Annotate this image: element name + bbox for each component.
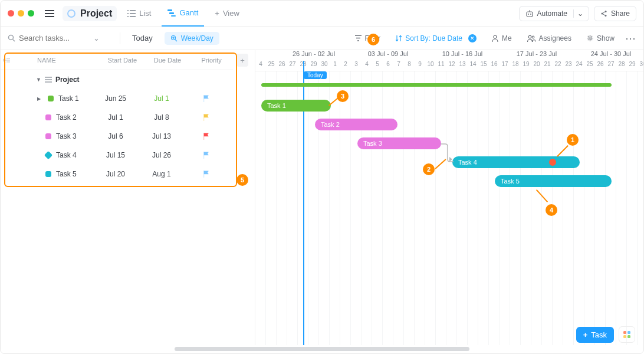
- project-title: Project: [80, 8, 112, 19]
- table-row[interactable]: Task 4 Jul 15 Jul 26: [1, 146, 233, 165]
- start-date-cell[interactable]: Jul 6: [93, 132, 139, 140]
- priority-cell[interactable]: [185, 95, 228, 102]
- horizontal-scrollbar[interactable]: [175, 347, 469, 351]
- assignees-label: Assignees: [539, 34, 571, 42]
- search-field[interactable]: ⌄: [8, 34, 114, 42]
- share-button[interactable]: Share: [594, 6, 636, 21]
- day-label: 18: [510, 61, 521, 71]
- task-bar-1[interactable]: Task 1: [261, 100, 331, 112]
- task-bar-2[interactable]: Task 2: [315, 119, 397, 130]
- task-bar-3[interactable]: Task 3: [357, 137, 441, 149]
- task-bar-4[interactable]: Task 4: [452, 156, 580, 168]
- filter-icon: [355, 35, 362, 41]
- clear-sort-icon[interactable]: ✕: [468, 34, 477, 42]
- chevron-down-icon[interactable]: ⌄: [573, 9, 583, 18]
- priority-cell[interactable]: [185, 133, 228, 140]
- gantt-chart[interactable]: 26 Jun - 02 Jul03 Jul - 09 Jul10 Jul - 1…: [255, 50, 643, 345]
- status-icon: [45, 133, 51, 139]
- maximize-window-icon[interactable]: [28, 10, 34, 17]
- me-label: Me: [502, 34, 512, 42]
- zoom-level-button[interactable]: Week/Day: [165, 32, 219, 45]
- start-date-cell[interactable]: Jul 15: [93, 151, 139, 159]
- day-label: 8: [404, 61, 415, 71]
- svg-rect-1: [169, 12, 174, 14]
- gantt-body[interactable]: Today Task 1 Task 2 Task 3 Task 4 Task 5…: [255, 71, 643, 345]
- week-label: 17 Jul - 23 Jul: [500, 50, 574, 61]
- task-name-cell[interactable]: Task 3: [1, 132, 93, 140]
- start-date-cell[interactable]: Jul 20: [93, 170, 139, 178]
- priority-cell[interactable]: [185, 171, 228, 178]
- scrollbar-track: [1, 344, 643, 353]
- start-date-cell[interactable]: Jul 1: [93, 113, 139, 122]
- annotation-4: 4: [546, 204, 557, 216]
- flag-icon: [203, 133, 210, 140]
- priority-cell[interactable]: [185, 152, 228, 159]
- day-label: 25: [584, 61, 595, 71]
- apps-button[interactable]: [619, 326, 635, 343]
- priority-cell[interactable]: [185, 114, 228, 121]
- close-window-icon[interactable]: [8, 10, 14, 17]
- gantt-grid: [255, 71, 643, 345]
- task-name-cell[interactable]: Task 4: [1, 151, 93, 159]
- annotation-2: 2: [423, 163, 435, 175]
- panel-divider[interactable]: +: [233, 50, 248, 345]
- today-label: Today: [304, 71, 327, 79]
- group-row[interactable]: ▼ Project: [1, 70, 233, 89]
- day-label: 1: [330, 61, 340, 71]
- due-date-cell[interactable]: Jul 13: [139, 132, 185, 140]
- project-chip[interactable]: Project: [63, 6, 117, 21]
- col-name[interactable]: NAME: [9, 57, 100, 64]
- day-label: 29: [308, 61, 319, 71]
- day-label: 23: [563, 61, 574, 71]
- more-menu-icon[interactable]: ⋯: [625, 32, 636, 45]
- task-table: NAME Start Date Due Date Priority ▼ Proj…: [1, 50, 233, 345]
- chevron-down-icon[interactable]: ⌄: [93, 34, 100, 42]
- svg-rect-16: [627, 331, 630, 334]
- table-row[interactable]: Task 2 Jul 1 Jul 8: [1, 108, 233, 127]
- task-bar-5[interactable]: Task 5: [495, 175, 612, 187]
- annotation-5: 5: [236, 174, 248, 186]
- task-name-cell[interactable]: Task 5: [1, 170, 93, 178]
- svg-point-13: [532, 36, 534, 38]
- project-summary-bar[interactable]: [261, 83, 612, 87]
- due-date-cell[interactable]: Jul 8: [139, 113, 185, 122]
- due-date-cell[interactable]: Jul 26: [139, 151, 185, 159]
- menu-icon[interactable]: [41, 5, 58, 22]
- table-row[interactable]: Task 5 Jul 20 Aug 1: [1, 165, 233, 183]
- col-priority[interactable]: Priority: [190, 57, 233, 64]
- add-view-button[interactable]: + View: [209, 1, 245, 27]
- col-due[interactable]: Due Date: [145, 57, 190, 64]
- sort-button[interactable]: Sort By: Due Date ✕: [391, 32, 481, 45]
- me-button[interactable]: Me: [487, 32, 517, 45]
- col-start[interactable]: Start Date: [100, 57, 145, 64]
- task-name-cell[interactable]: ▶Task 1: [1, 94, 93, 103]
- day-label: 20: [531, 61, 542, 71]
- today-button[interactable]: Today: [126, 31, 159, 45]
- share-icon: [600, 10, 607, 17]
- chevron-down-icon[interactable]: ▼: [36, 77, 41, 83]
- assignees-button[interactable]: Assignees: [523, 32, 576, 45]
- task-name-cell[interactable]: Task 2: [1, 113, 93, 122]
- minimize-window-icon[interactable]: [18, 10, 24, 17]
- bar-label: Task 2: [321, 121, 340, 128]
- collapse-icon[interactable]: [1, 57, 9, 63]
- due-date-cell[interactable]: Aug 1: [139, 170, 185, 178]
- view-tab-gantt[interactable]: Gantt: [162, 1, 204, 27]
- list-icon: [45, 77, 52, 83]
- milestone-marker[interactable]: [549, 159, 556, 166]
- new-task-button[interactable]: + Task: [576, 327, 614, 343]
- show-button[interactable]: Show: [582, 32, 619, 45]
- view-tab-list[interactable]: List: [121, 1, 157, 27]
- table-row[interactable]: Task 3 Jul 6 Jul 13: [1, 127, 233, 146]
- due-date-cell[interactable]: Jul 1: [139, 94, 185, 103]
- window-controls[interactable]: [8, 10, 34, 17]
- annotation-3: 3: [337, 90, 349, 102]
- table-row[interactable]: ▶Task 1 Jun 25 Jul 1: [1, 89, 233, 108]
- svg-rect-18: [627, 335, 630, 338]
- add-column-button[interactable]: +: [236, 54, 248, 67]
- start-date-cell[interactable]: Jun 25: [93, 94, 139, 103]
- automate-button[interactable]: Automate ⌄: [519, 6, 589, 21]
- search-input[interactable]: [19, 34, 90, 42]
- day-label: 28: [616, 61, 627, 71]
- task-name: Task 2: [56, 113, 77, 122]
